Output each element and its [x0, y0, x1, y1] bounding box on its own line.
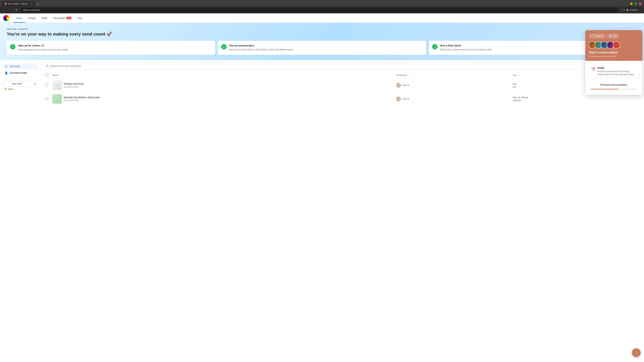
address-bar: ← → ↻ ☆ ⧉ 🕵 Incognito ⋮ [0, 6, 644, 13]
folder-color-dot [5, 88, 6, 90]
email-folder-2: Unsorted Emails [64, 99, 100, 102]
sidebar-item-all-emails[interactable]: 📧 All Emails [3, 63, 38, 69]
date-1: Dec [513, 83, 517, 85]
tab-favicon [4, 2, 6, 5]
tab-close-button[interactable]: ✕ [30, 2, 32, 5]
browser-menu-button[interactable]: ⋮ [639, 8, 642, 12]
active-tab[interactable]: John Smith > Litmus ✕ [1, 1, 35, 6]
email-name-1: Moodjoy test Email [64, 82, 84, 85]
email-table-body: img Moodjoy test Email Unsorted Emails J [44, 78, 641, 106]
reload-button[interactable]: ↻ [15, 7, 18, 12]
window-controls [629, 1, 643, 6]
bookmark-icon[interactable]: ☆ [620, 9, 622, 11]
table-row[interactable]: [Sample] Wonderblum Spring Sale Unsorted… [44, 92, 641, 106]
back-button[interactable]: ← [2, 7, 6, 12]
folder-menu-button[interactable]: ≡ [33, 81, 38, 87]
select-all-checkbox[interactable] [46, 73, 48, 76]
email-table-header: Name ⇕ Created by ⇕ [44, 72, 641, 79]
folder-item-amas[interactable]: Amas [3, 87, 38, 91]
ask-icon: 💬 [609, 35, 612, 37]
gs-card-signup-title: Sign up for Litmus 🎉 [18, 44, 68, 47]
search-box: 🔍 [44, 63, 604, 69]
email-folder-1: Unsorted Emails [64, 86, 84, 88]
chat-popup: 🔍 Answers 💬 Ask Start a conversation Wha… [585, 30, 642, 95]
nav-build[interactable]: Build [39, 13, 50, 23]
th-name[interactable]: Name ⇕ [50, 72, 394, 79]
previous-conversations-bar [591, 89, 637, 89]
gs-card-test: ✓ Test an email project Send in your ema… [218, 41, 426, 55]
gs-card-signup-content: Sign up for Litmus 🎉 We're glad you're h… [18, 44, 68, 51]
getting-started-cards: ✓ Sign up for Litmus 🎉 We're glad you're… [7, 41, 637, 55]
main-content: GETTING STARTED You're on your way to ma… [0, 23, 644, 362]
sidebar-item-unsorted[interactable]: 👤 Unsorted Emails [3, 70, 38, 76]
check-icon-final: ✓ [432, 44, 438, 49]
gs-card-final-text: Retest your revised email to ensure it's… [440, 48, 492, 51]
chat-header: 🔍 Answers 💬 Ask Start a conversation Wha… [585, 30, 642, 61]
answers-button[interactable]: 🔍 Answers [589, 33, 606, 39]
avatar-1: JS [396, 83, 401, 88]
answers-icon: 🔍 [591, 35, 594, 37]
browser-chrome: John Smith > Litmus ✕ + ← → ↻ ☆ ⧉ 🕵 Inco… [0, 0, 644, 13]
sidebar-unsorted-label: Unsorted Emails [10, 71, 27, 74]
email-name-cell-2: [Sample] Wonderblum Spring Sale Unsorted… [50, 92, 394, 106]
tab-bar: John Smith > Litmus ✕ + [0, 0, 644, 6]
all-emails-icon: 📧 [5, 65, 8, 68]
name-sort-icon: ⇕ [59, 74, 60, 76]
email-created-by-cell-2: JS John S. [394, 92, 511, 106]
forward-button[interactable]: → [8, 7, 13, 12]
sidebar-divider [3, 78, 38, 78]
search-input[interactable] [44, 63, 604, 69]
email-created-by-cell-1: JS John S. [394, 78, 511, 92]
address-bar-actions: ☆ ⧉ 🕵 Incognito ⋮ [620, 8, 642, 12]
last-sort-icon: ⇕ [519, 74, 520, 76]
address-input[interactable] [21, 8, 618, 12]
minimize-button[interactable] [630, 2, 632, 5]
sidebar-all-emails-label: All Emails [10, 65, 20, 68]
check-icon-test: ✓ [221, 44, 226, 49]
email-thumbnail-1: img [52, 81, 62, 90]
chat-header-buttons: 🔍 Answers 💬 Ask [589, 33, 639, 39]
maximize-button[interactable] [634, 2, 637, 5]
nav-personalize[interactable]: Personalize New [50, 13, 74, 23]
close-button[interactable] [639, 2, 641, 5]
gs-card-final-title: Run a final check [440, 44, 492, 47]
chat-title: Start a conversation [589, 51, 639, 54]
sidebar: 📧 All Emails 👤 Unsorted Emails New folde… [0, 60, 40, 362]
new-folder-button[interactable]: New folder [3, 81, 32, 86]
chat-prev-fill [591, 89, 618, 89]
gs-card-signup-text: We're glad you're here to get more from … [18, 48, 68, 51]
chat-avatar-5 [613, 41, 620, 49]
float-chat-icon: ↓ [636, 351, 637, 355]
email-option-text: No time to wait around? We usually respo… [598, 70, 637, 76]
ask-button[interactable]: 💬 Ask [607, 33, 619, 39]
getting-started-label: GETTING STARTED [7, 28, 637, 30]
gs-card-test-text: Send in your email and run QA checks to … [229, 48, 294, 51]
table-row[interactable]: img Moodjoy test Email Unsorted Emails J [44, 78, 641, 92]
chat-body: Email No time to wait around? We usually… [585, 61, 642, 95]
incognito-icon: 🕵 [626, 9, 629, 11]
search-icon: 🔍 [46, 65, 49, 67]
email-name-cell-1: img Moodjoy test Email Unsorted Emails [50, 78, 394, 92]
getting-started-banner: GETTING STARTED You're on your way to ma… [0, 23, 644, 60]
app-nav: Home Design Build Personalize New Test [0, 13, 644, 23]
email-name-2: [Sample] Wonderblum Spring Sale [64, 96, 100, 99]
nav-items: Home Design Build Personalize New Test [14, 13, 85, 23]
float-chat-button[interactable]: ↓ [632, 348, 641, 357]
nav-home[interactable]: Home [14, 13, 25, 23]
nav-design[interactable]: Design [26, 13, 38, 23]
app-container: Home Design Build Personalize New Test G… [0, 13, 644, 362]
folder-name-amas: Amas [8, 88, 13, 90]
row-checkbox-1[interactable] [46, 84, 48, 86]
email-channel-icon [591, 67, 596, 72]
chat-email-option[interactable]: Email No time to wait around? We usually… [588, 63, 640, 79]
new-folder-row: New folder ≡ [3, 81, 38, 87]
new-tab-button[interactable]: + [36, 1, 40, 6]
th-created-by[interactable]: Created by ⇕ [394, 72, 511, 79]
incognito-badge: 🕵 Incognito [626, 9, 638, 11]
split-view-icon[interactable]: ⧉ [623, 8, 625, 11]
personalize-new-badge: New [66, 17, 72, 19]
app-logo [3, 15, 10, 21]
row-checkbox-2[interactable] [46, 97, 48, 100]
nav-test[interactable]: Test [75, 13, 85, 23]
gs-card-test-title: Test an email project [229, 44, 294, 47]
